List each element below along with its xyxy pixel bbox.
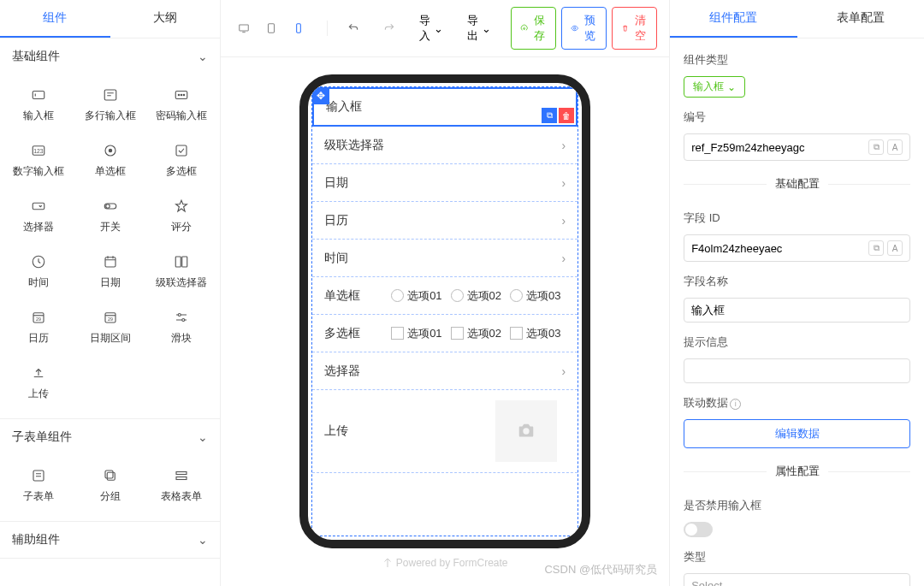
checkbox-option[interactable]: 选项02 — [451, 326, 501, 341]
comp-subform[interactable]: 子表单 — [3, 459, 74, 512]
edit-data-button[interactable]: 编辑数据 — [684, 419, 910, 448]
chevron-down-icon: ⌄ — [482, 22, 491, 35]
comp-multiline[interactable]: 多行输入框 — [75, 78, 145, 132]
comp-slider[interactable]: 滑块 — [146, 300, 216, 354]
comp-label: 分组 — [100, 489, 121, 504]
form-row-input[interactable]: ✥ 输入框 ⧉ 🗑 — [312, 87, 578, 127]
chevron-down-icon: ⌄ — [198, 50, 208, 63]
redo-button[interactable] — [374, 16, 405, 40]
comp-rate[interactable]: 评分 — [146, 189, 216, 243]
field-id-input-wrap: ⧉ A — [684, 234, 910, 262]
tab-component-config[interactable]: 组件配置 — [670, 0, 797, 38]
svg-rect-29 — [240, 25, 249, 31]
form-row-radio[interactable]: 单选框 选项01 选项02 选项03 — [312, 277, 578, 315]
save-button[interactable]: 保存 — [511, 7, 556, 50]
comp-label: 评分 — [171, 220, 192, 234]
text-input-icon — [30, 86, 47, 104]
row-label: 上传 — [324, 423, 384, 439]
letter-icon[interactable]: A — [887, 240, 903, 256]
comp-cascader[interactable]: 级联选择器 — [146, 245, 216, 299]
multiline-icon — [102, 86, 119, 104]
prompt-input[interactable] — [691, 364, 903, 377]
undo-button[interactable] — [338, 16, 369, 40]
ref-input-wrap: ⧉ A — [684, 133, 910, 161]
right-panel: 组件配置 表单配置 组件类型 输入框⌄ 编号 ⧉ A 基础配置 字段 ID ⧉ … — [669, 0, 924, 586]
upload-placeholder[interactable] — [495, 400, 557, 462]
comp-calendar[interactable]: 29日历 — [3, 300, 74, 354]
type-select[interactable]: Select⌄ — [684, 573, 910, 586]
form-row-time[interactable]: 时间› — [312, 240, 578, 277]
comp-checkbox[interactable]: 多选框 — [146, 133, 216, 187]
letter-icon[interactable]: A — [887, 139, 903, 155]
export-button[interactable]: 导出 ⌄ — [458, 7, 500, 50]
checkbox-option[interactable]: 选项03 — [510, 326, 560, 341]
comp-group[interactable]: 分组 — [75, 459, 145, 512]
chevron-right-icon: › — [561, 252, 566, 265]
form-row-checkbox[interactable]: 多选框 选项01 选项02 选项03 — [312, 315, 578, 352]
preview-button[interactable]: 预览 — [561, 7, 607, 50]
comp-label: 时间 — [28, 275, 49, 290]
comp-date[interactable]: 日期 — [75, 245, 145, 299]
field-name-label: 字段名称 — [684, 274, 910, 289]
section-aux-header[interactable]: 辅助组件 ⌄ — [0, 522, 220, 558]
section-basic-header[interactable]: 基础组件 ⌄ — [0, 38, 220, 74]
comp-upload[interactable]: 上传 — [3, 356, 74, 410]
left-panel: 组件 大纲 基础组件 ⌄ 输入框 多行输入框 密码输入框 123数字输入框 单选… — [0, 0, 221, 586]
disabled-switch[interactable] — [684, 522, 713, 537]
form-row-upload[interactable]: 上传 — [312, 390, 578, 473]
clear-button[interactable]: 清空 — [612, 7, 657, 50]
clock-icon — [30, 253, 47, 270]
number-icon: 123 — [30, 142, 47, 159]
tab-outline[interactable]: 大纲 — [110, 0, 221, 38]
radio-option[interactable]: 选项01 — [391, 288, 441, 304]
comp-input[interactable]: 输入框 — [3, 78, 74, 132]
radio-option[interactable]: 选项03 — [510, 288, 560, 304]
device-mobile-button[interactable] — [287, 17, 310, 39]
comp-switch[interactable]: 开关 — [75, 189, 145, 243]
checkbox-icon — [510, 327, 523, 340]
comp-label: 数字输入框 — [13, 164, 64, 179]
option-label: 选项03 — [526, 326, 560, 341]
form-row-select[interactable]: 选择器› — [312, 352, 578, 390]
subform-icon — [30, 467, 47, 484]
form-row-cascader[interactable]: 级联选择器› — [312, 127, 578, 164]
center-panel: 导入 ⌄ 导出 ⌄ 保存 预览 清空 ✥ 输入框 ⧉ 🗑 级联选择器› 日期› … — [221, 0, 669, 586]
phone-frame: ✥ 输入框 ⧉ 🗑 级联选择器› 日期› 日历› 时间› 单选框 选项01 选项… — [299, 74, 590, 548]
comp-password[interactable]: 密码输入框 — [146, 78, 216, 132]
copy-row-button[interactable]: ⧉ — [542, 108, 557, 123]
form-row-date[interactable]: 日期› — [312, 164, 578, 202]
chevron-right-icon: › — [561, 364, 566, 378]
chevron-down-icon: ⌄ — [893, 579, 903, 586]
form-canvas[interactable]: ✥ 输入框 ⧉ 🗑 级联选择器› 日期› 日历› 时间› 单选框 选项01 选项… — [311, 86, 578, 536]
radio-option[interactable]: 选项02 — [451, 288, 501, 304]
form-row-calendar[interactable]: 日历› — [312, 202, 578, 240]
device-tablet-button[interactable] — [260, 17, 282, 39]
info-icon[interactable]: i — [730, 399, 741, 410]
comp-select[interactable]: 选择器 — [3, 189, 74, 243]
ref-input[interactable] — [691, 141, 868, 154]
separator — [327, 21, 328, 36]
section-subform-header[interactable]: 子表单组件 ⌄ — [0, 419, 220, 455]
delete-row-button[interactable]: 🗑 — [559, 108, 574, 123]
comp-radio[interactable]: 单选框 — [75, 133, 145, 187]
svg-rect-31 — [297, 24, 301, 33]
tab-form-config[interactable]: 表单配置 — [797, 0, 924, 38]
section-subform: 子表单组件 ⌄ 子表单 分组 表格表单 — [0, 419, 220, 522]
device-desktop-button[interactable] — [233, 17, 255, 39]
comp-number[interactable]: 123数字输入框 — [3, 133, 74, 187]
type-value-pill[interactable]: 输入框⌄ — [684, 76, 745, 98]
import-button[interactable]: 导入 ⌄ — [410, 7, 453, 50]
checkbox-option[interactable]: 选项01 — [391, 326, 441, 341]
field-id-input[interactable] — [691, 242, 868, 255]
option-label: 选项01 — [407, 288, 441, 304]
field-name-input[interactable] — [691, 304, 903, 317]
comp-tableform[interactable]: 表格表单 — [146, 459, 216, 512]
comp-daterange[interactable]: 29日期区间 — [75, 300, 145, 354]
move-handle-icon[interactable]: ✥ — [312, 87, 329, 104]
comp-time[interactable]: 时间 — [3, 245, 74, 299]
svg-rect-26 — [105, 471, 113, 478]
copy-icon[interactable]: ⧉ — [868, 139, 884, 155]
chevron-down-icon: ⌄ — [198, 533, 208, 547]
copy-icon[interactable]: ⧉ — [868, 240, 884, 256]
tab-components[interactable]: 组件 — [0, 0, 110, 38]
